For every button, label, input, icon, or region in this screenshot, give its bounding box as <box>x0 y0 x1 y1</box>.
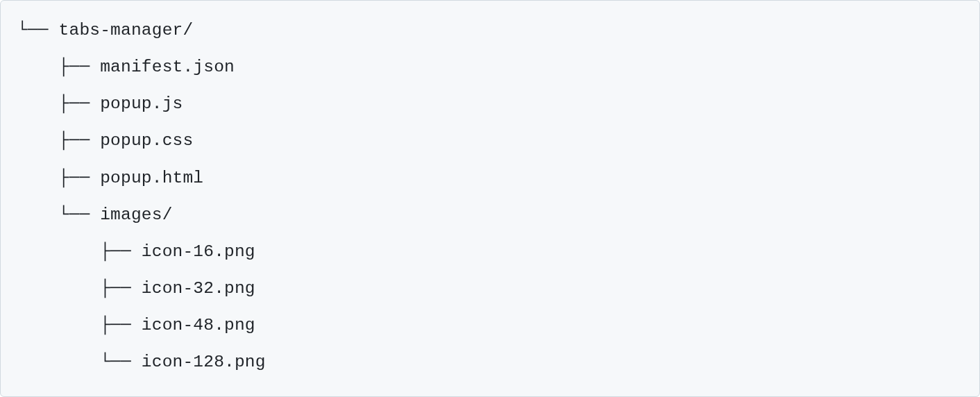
tree-line: ├── popup.html <box>17 169 203 187</box>
tree-line: ├── manifest.json <box>17 58 235 76</box>
tree-line: ├── icon-32.png <box>17 279 255 298</box>
tree-line: └── tabs-manager/ <box>17 21 193 40</box>
tree-line: ├── icon-16.png <box>17 242 255 261</box>
directory-tree: └── tabs-manager/ ├── manifest.json ├── … <box>17 12 963 381</box>
code-block: └── tabs-manager/ ├── manifest.json ├── … <box>0 0 980 397</box>
tree-line: ├── popup.css <box>17 131 193 150</box>
tree-line: ├── icon-48.png <box>17 316 255 335</box>
tree-line: └── icon-128.png <box>17 353 266 371</box>
tree-line: └── images/ <box>17 205 173 224</box>
tree-line: ├── popup.js <box>17 94 183 113</box>
